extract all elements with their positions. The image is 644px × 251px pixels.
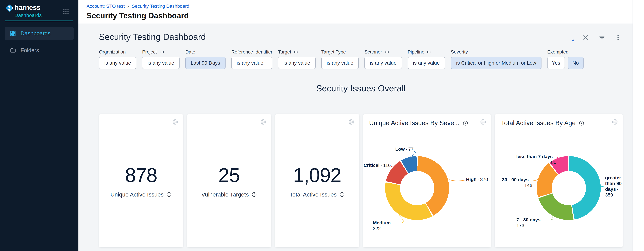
dashboards-icon — [10, 30, 16, 37]
filter-severity-value[interactable]: is Critical or High or Medium or Low — [451, 57, 542, 69]
metric-label: Vulnerable Targets — [201, 191, 249, 198]
section-title: Security Issues Overall — [99, 83, 623, 93]
info-icon[interactable] — [252, 192, 257, 197]
filter-label: Target Type — [321, 49, 346, 55]
slice-label-low: Low-77 — [387, 146, 414, 152]
slice-label-7-30-days: 7 - 30 days-173 — [516, 217, 551, 229]
filter-exempted-yes-button[interactable]: Yes — [547, 57, 565, 69]
panel-actions — [582, 34, 622, 41]
metric-label: Unique Active Issues — [110, 191, 164, 198]
link-icon — [294, 49, 298, 54]
filter-organization: Organization is any value — [99, 49, 136, 69]
filter-reference-identifier-value[interactable]: is any value — [231, 57, 272, 69]
brand-name: harness — [14, 3, 40, 11]
filter-date-value[interactable]: Last 90 Days — [185, 57, 226, 69]
donut-severity[interactable] — [385, 156, 449, 220]
filter-exempted-no-button[interactable]: No — [568, 57, 584, 69]
brand-block: harness Dashboards — [14, 4, 42, 18]
dashboard-content: Security Testing Dashboard — [78, 24, 632, 251]
metric-label: Total Active Issues — [290, 191, 337, 198]
slice-label-medium: Medium-322 — [373, 220, 402, 232]
filter-severity: Severity is Critical or High or Medium o… — [451, 49, 542, 69]
filter-label: Reference Identifier — [231, 49, 272, 55]
globe-icon[interactable] — [348, 119, 354, 125]
filter-label: Target — [278, 49, 291, 55]
filter-scanner: Scanner is any value — [364, 49, 402, 69]
donut-age[interactable] — [537, 156, 601, 220]
tiles-row: 878 Unique Active Issues — [99, 114, 623, 247]
filter-label: Exempted — [547, 49, 568, 55]
slice-label-less-than-7-days: less than 7 days-80 — [515, 154, 556, 165]
tile-total-active-issues: 1,092 Total Active Issues — [275, 114, 359, 247]
filter-bar: Organization is any value Project is any… — [99, 49, 623, 69]
app-switcher-grid-icon[interactable] — [63, 8, 69, 14]
filter-pipeline-value[interactable]: is any value — [408, 57, 445, 69]
filter-target-type: Target Type is any value — [321, 49, 359, 69]
filter-pipeline: Pipeline is any value — [408, 49, 445, 69]
security-testing-dashboard-app: harness Dashboards — [0, 0, 644, 251]
slice-label-critical: Critical-116 — [364, 163, 391, 168]
cursor-dot — [572, 39, 574, 41]
sidebar: harness Dashboards — [0, 0, 78, 251]
harness-logo-icon[interactable] — [5, 4, 14, 12]
filter-project-value[interactable]: is any value — [142, 57, 180, 69]
filter-label: Date — [185, 49, 195, 55]
sidebar-nav: Dashboards Folders — [0, 27, 78, 57]
scrollbar-gutter[interactable] — [632, 0, 644, 251]
info-icon[interactable] — [339, 192, 345, 197]
filter-target-type-value[interactable]: is any value — [321, 57, 359, 69]
link-icon — [159, 49, 164, 54]
filter-target: Target is any value — [278, 49, 316, 69]
age-donut-chart: less than 7 days-80 30 - 90 days-146 gre… — [495, 114, 623, 247]
filter-label: Severity — [451, 49, 468, 55]
sidebar-header: harness Dashboards — [0, 0, 78, 18]
filter-label: Project — [142, 49, 157, 55]
breadcrumb: Account: STO test › Security Testing Das… — [86, 3, 632, 9]
slice-label-greater-than-90-days: greater than 90 days-359 — [605, 175, 624, 198]
breadcrumb-page-link[interactable]: Security Testing Dashboard — [132, 3, 189, 9]
filter-scanner-value[interactable]: is any value — [364, 57, 402, 69]
metric-value: 878 — [125, 164, 157, 187]
panel-header: Security Testing Dashboard — [99, 24, 623, 42]
filter-organization-value[interactable]: is any value — [99, 57, 136, 69]
dashboard-panel-title: Security Testing Dashboard — [99, 32, 206, 42]
info-icon[interactable] — [166, 192, 172, 197]
metric-value: 25 — [218, 164, 240, 187]
filter-label: Pipeline — [408, 49, 424, 55]
top-header: Account: STO test › Security Testing Das… — [78, 0, 632, 24]
slice-label-30-90-days: 30 - 90 days-146 — [496, 177, 532, 188]
breadcrumb-chevron-icon: › — [128, 3, 129, 9]
metric-value: 1,092 — [293, 164, 341, 187]
sidebar-item-label: Folders — [20, 47, 39, 53]
filter-label: Organization — [99, 49, 126, 55]
tile-vulnerable-targets: 25 Vulnerable Targets — [187, 114, 271, 247]
slice-label-high: High-370 — [466, 177, 491, 182]
link-icon — [384, 49, 390, 54]
sidebar-item-folders[interactable]: Folders — [5, 43, 74, 57]
filter-icon[interactable] — [598, 34, 605, 41]
filter-project: Project is any value — [142, 49, 180, 69]
filter-reference-identifier: Reference Identifier is any value — [231, 49, 272, 69]
filter-label: Scanner — [364, 49, 382, 55]
page-title: Security Testing Dashboard — [86, 11, 632, 20]
tile-unique-active-issues-by-severity: Unique Active Issues By Seve... — [363, 114, 491, 247]
tile-unique-active-issues: 878 Unique Active Issues — [99, 114, 183, 247]
sidebar-item-dashboards[interactable]: Dashboards — [5, 27, 74, 40]
severity-donut-chart: Low-77 Critical-116 High-370 Medium-322 — [363, 114, 491, 247]
breadcrumb-account-link[interactable]: Account: STO test — [86, 3, 125, 9]
filter-date: Date Last 90 Days — [185, 49, 226, 69]
kebab-menu-icon[interactable] — [615, 34, 622, 41]
filter-target-value[interactable]: is any value — [278, 57, 316, 69]
tile-total-active-issues-by-age: Total Active Issues By Age — [495, 114, 623, 247]
globe-icon[interactable] — [172, 119, 178, 125]
link-icon — [427, 49, 432, 54]
globe-icon[interactable] — [260, 119, 266, 125]
folder-icon — [10, 47, 16, 53]
filter-exempted: Exempted Yes No — [547, 49, 584, 69]
module-underline — [5, 20, 73, 21]
sidebar-item-label: Dashboards — [20, 30, 50, 37]
close-icon[interactable] — [582, 34, 589, 41]
main-area: Account: STO test › Security Testing Das… — [78, 0, 632, 251]
module-name: Dashboards — [14, 12, 42, 18]
